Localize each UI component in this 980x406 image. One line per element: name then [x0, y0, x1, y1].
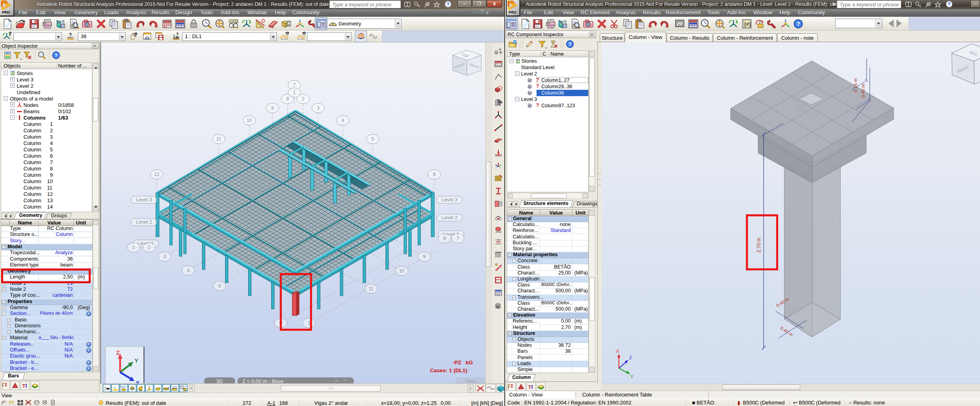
- svg-text:n: n: [104, 385, 106, 389]
- svg-text:9: 9: [423, 254, 426, 259]
- svg-text:3: 3: [317, 105, 320, 111]
- svg-text:Level 2: Level 2: [441, 215, 457, 220]
- svg-text:Cases: 1 (DL1): Cases: 1 (DL1): [430, 367, 467, 373]
- svg-text:123: 123: [172, 386, 177, 389]
- svg-text:7: 7: [293, 82, 296, 88]
- svg-text:2.70 m: 2.70 m: [756, 238, 762, 253]
- svg-text:?: ?: [286, 31, 289, 37]
- svg-text:6: 6: [433, 172, 436, 177]
- svg-text:PRO: PRO: [2, 10, 10, 14]
- svg-text:N12: N12: [121, 385, 126, 388]
- svg-text:11: 11: [369, 286, 374, 292]
- svg-text:PRO: PRO: [509, 10, 516, 14]
- svg-text:Level 2: Level 2: [136, 219, 152, 225]
- svg-text:n: n: [114, 386, 116, 389]
- svg-text:0.15 m: 0.15 m: [853, 78, 858, 92]
- svg-text:4: 4: [187, 268, 190, 273]
- svg-text:?: ?: [9, 31, 12, 37]
- svg-text:1: 1: [496, 51, 498, 54]
- svg-text:?: ?: [134, 31, 138, 37]
- svg-text:10: 10: [247, 118, 252, 123]
- svg-text:Level 3: Level 3: [136, 197, 152, 203]
- svg-text:X: X: [136, 379, 140, 383]
- svg-text:12: 12: [154, 172, 159, 177]
- svg-text:5: 5: [371, 136, 374, 142]
- svg-text:4: 4: [342, 118, 344, 123]
- svg-text:11: 11: [216, 136, 222, 142]
- svg-text:2: 2: [302, 96, 305, 102]
- svg-text:0.40 m: 0.40 m: [861, 84, 865, 98]
- svg-text:3: 3: [163, 254, 166, 259]
- svg-text:T: T: [22, 383, 25, 389]
- svg-text:Level 3: Level 3: [441, 197, 457, 203]
- svg-text:3D: 3D: [216, 378, 223, 383]
- svg-text:0.40 m: 0.40 m: [780, 326, 794, 337]
- svg-text:9: 9: [271, 105, 274, 111]
- svg-text:5: 5: [218, 283, 221, 289]
- svg-text:n: n: [5, 400, 6, 403]
- svg-text:T: T: [528, 384, 531, 390]
- svg-text:1: 1: [293, 90, 296, 95]
- svg-text:Y: Y: [134, 357, 138, 364]
- svg-text:8: 8: [286, 96, 289, 102]
- svg-text:7: 7: [457, 236, 459, 241]
- svg-text:Y: Y: [630, 374, 634, 379]
- svg-text:View: View: [465, 378, 477, 383]
- svg-text:1: 1: [132, 245, 135, 250]
- svg-text:Z = 0,00 m - Base: Z = 0,00 m - Base: [242, 378, 284, 383]
- svg-text:X: X: [616, 349, 619, 354]
- svg-text:?: ?: [303, 31, 306, 37]
- svg-text:Y?: Y?: [9, 400, 14, 405]
- svg-text:-PZ kG: -PZ kG: [453, 360, 473, 365]
- svg-text:10: 10: [399, 268, 404, 274]
- svg-text:Z: Z: [116, 349, 120, 356]
- svg-text:2: 2: [148, 245, 151, 250]
- svg-text:8: 8: [443, 236, 446, 241]
- svg-text:Z: Z: [629, 355, 632, 360]
